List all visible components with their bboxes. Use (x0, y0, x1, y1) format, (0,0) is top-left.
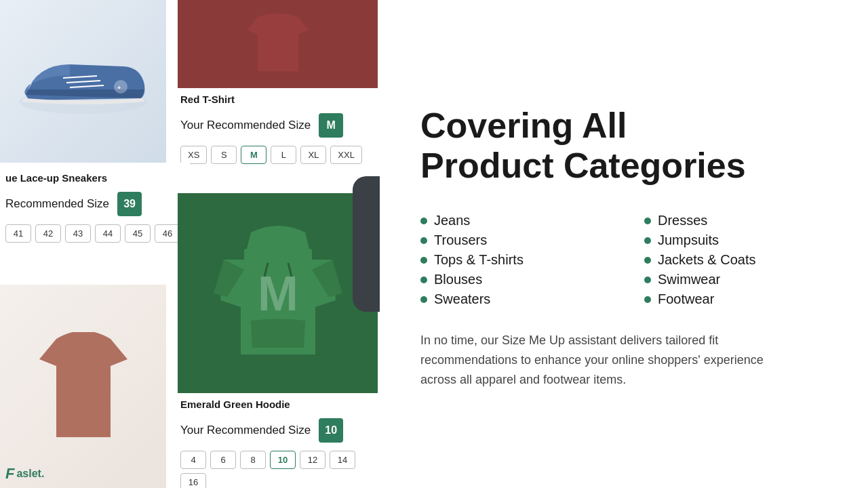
category-label: Jumpsuits (658, 232, 719, 248)
size-button[interactable]: 42 (35, 224, 61, 243)
size-button[interactable]: 43 (65, 224, 91, 243)
size-button[interactable]: 46 (155, 224, 180, 243)
bullet-icon (420, 277, 427, 283)
size-button[interactable]: 44 (95, 224, 121, 243)
size-button[interactable]: 16 (180, 473, 206, 488)
bullet-icon (644, 237, 651, 244)
size-button[interactable]: L (271, 146, 296, 164)
green-hoodie-size-badge: 10 (319, 418, 343, 443)
red-tshirt-size-options: XSSMLXLXXL (180, 142, 375, 168)
sneaker-recommendation: Recommended Size 39 (5, 188, 184, 220)
red-tshirt-card: Red T-Shirt Your Recommended Size M XSSM… (178, 0, 378, 168)
size-button[interactable]: 41 (5, 224, 31, 243)
size-button[interactable]: XS (180, 146, 207, 164)
sneaker-size-badge: 39 (117, 192, 142, 216)
category-label: Swimwear (658, 272, 720, 287)
category-item: Footwear (644, 289, 827, 309)
sneaker-label-area: ue Lace-up Sneakers Recommended Size 39 … (0, 163, 190, 251)
category-label: Sweaters (434, 291, 490, 307)
dark-curve-decoration (353, 176, 380, 312)
categories-col2: DressesJumpsuitsJackets & CoatsSwimwearF… (644, 211, 827, 309)
size-button[interactable]: 4 (180, 451, 206, 469)
faslet-logo-text: aslet. (16, 468, 44, 480)
svg-text:M: M (258, 266, 298, 321)
left-panel: ● Red T-Shirt Your Recommended Size M XS… (0, 0, 380, 488)
sneaker-rec-text: Recommended Size (5, 197, 109, 211)
category-item: Jeans (420, 211, 604, 230)
main-title: Covering All Product Categories (420, 106, 827, 187)
faslet-logo: F aslet. (5, 465, 44, 483)
brown-tshirt-image (0, 285, 166, 488)
category-label: Trousers (434, 232, 487, 248)
green-hoodie-label: Emerald Green Hoodie (180, 393, 375, 414)
bullet-icon (420, 257, 427, 264)
size-button[interactable]: 14 (330, 451, 355, 469)
title-line1: Covering All (420, 106, 627, 145)
bullet-icon (644, 218, 651, 224)
category-label: Dresses (658, 213, 707, 228)
green-hoodie-image: M (178, 193, 378, 393)
red-tshirt-recommendation: Your Recommended Size M (180, 109, 375, 142)
category-item: Tops & T-shirts (420, 250, 604, 270)
green-hoodie-card: M Emerald Green Hoodie Your Recommended … (178, 193, 378, 488)
categories-col1: JeansTrousersTops & T-shirtsBlousesSweat… (420, 211, 604, 309)
category-item: Jumpsuits (644, 230, 827, 250)
bullet-icon (420, 218, 427, 224)
size-button[interactable]: XXL (330, 146, 362, 164)
right-panel: Covering All Product Categories JeansTro… (380, 0, 868, 488)
green-hoodie-rec-text: Your Recommended Size (180, 424, 311, 437)
sneaker-label: ue Lace-up Sneakers (5, 167, 184, 188)
categories-grid: JeansTrousersTops & T-shirtsBlousesSweat… (420, 211, 827, 309)
size-button[interactable]: 10 (270, 451, 296, 469)
category-item: Trousers (420, 230, 604, 250)
sneaker-image: ● (0, 0, 166, 163)
category-item: Jackets & Coats (644, 250, 827, 270)
size-button[interactable]: M (241, 146, 267, 164)
bullet-icon (420, 237, 427, 244)
category-item: Blouses (420, 270, 604, 289)
svg-text:●: ● (117, 84, 121, 91)
category-label: Tops & T-shirts (434, 252, 524, 268)
green-hoodie-recommendation: Your Recommended Size 10 (180, 414, 375, 447)
category-item: Swimwear (644, 270, 827, 289)
red-tshirt-size-badge: M (319, 113, 343, 138)
red-tshirt-rec-text: Your Recommended Size (180, 119, 311, 132)
red-tshirt-image (178, 0, 378, 88)
description-text: In no time, our Size Me Up assistant del… (420, 331, 787, 389)
category-label: Footwear (658, 291, 714, 307)
size-button[interactable]: 12 (300, 451, 326, 469)
bullet-icon (644, 277, 651, 283)
size-button[interactable]: 45 (125, 224, 151, 243)
green-hoodie-size-options: 46810121416 (180, 447, 375, 488)
category-label: Jeans (434, 213, 470, 228)
size-button[interactable]: 6 (210, 451, 236, 469)
faslet-f-icon: F (5, 465, 14, 483)
red-tshirt-label: Red T-Shirt (180, 88, 375, 109)
category-item: Sweaters (420, 289, 604, 309)
size-button[interactable]: S (211, 146, 237, 164)
category-label: Blouses (434, 272, 482, 287)
size-button[interactable]: XL (300, 146, 326, 164)
bullet-icon (420, 296, 427, 303)
title-line2: Product Categories (420, 146, 746, 185)
bullet-icon (644, 257, 651, 264)
sneaker-size-options: 414243444546 (5, 220, 184, 247)
category-item: Dresses (644, 211, 827, 230)
size-button[interactable]: 8 (240, 451, 266, 469)
category-label: Jackets & Coats (658, 252, 756, 268)
bullet-icon (644, 296, 651, 303)
